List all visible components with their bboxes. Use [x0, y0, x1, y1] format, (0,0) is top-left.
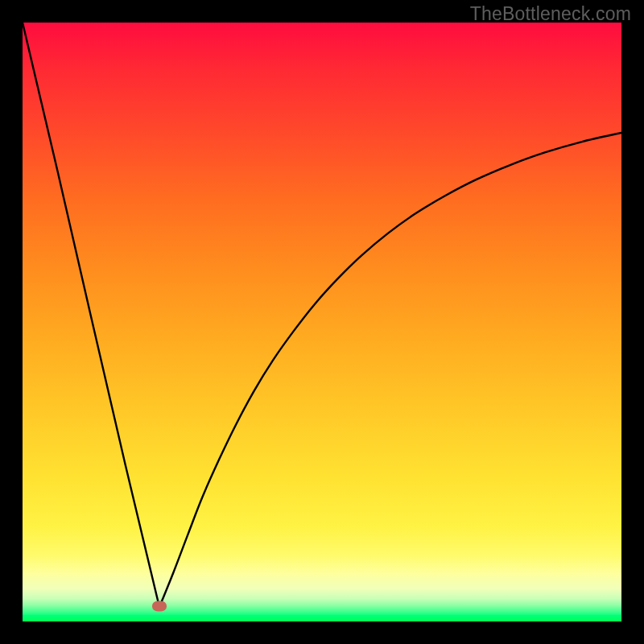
bottleneck-curve [23, 23, 621, 621]
curve-path [23, 23, 621, 607]
watermark-text: TheBottleneck.com [470, 3, 631, 25]
min-point-marker [152, 601, 167, 612]
chart-frame: TheBottleneck.com [0, 0, 644, 644]
plot-area [23, 23, 621, 621]
